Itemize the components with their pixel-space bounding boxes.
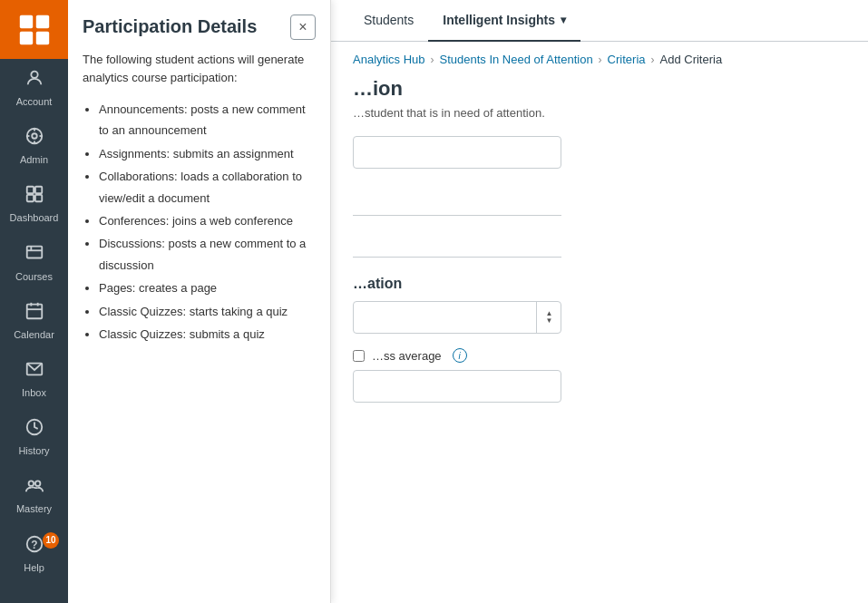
sidebar-item-admin-label: Admin	[20, 154, 48, 166]
sidebar-item-account[interactable]: Account	[0, 59, 68, 117]
help-icon: ?	[24, 534, 44, 559]
help-badge: 10	[43, 532, 59, 549]
chevron-down-icon: ▾	[561, 14, 566, 26]
breadcrumb-criteria[interactable]: Criteria	[608, 53, 646, 66]
select-group: ▲ ▼	[353, 301, 846, 334]
breadcrumb: Analytics Hub › Students In Need of Atte…	[331, 42, 868, 77]
sidebar-item-mastery-label: Mastery	[16, 503, 52, 515]
form-group-line1	[353, 183, 846, 216]
name-input[interactable]	[353, 136, 561, 169]
popup-list-item: Pages: creates a page	[99, 277, 316, 298]
sidebar-item-mastery[interactable]: Mastery	[0, 466, 68, 524]
bottom-field-row	[353, 370, 846, 403]
admin-icon	[24, 126, 44, 151]
history-icon	[24, 417, 44, 442]
line-input-1[interactable]	[353, 183, 561, 216]
class-average-checkbox[interactable]	[353, 350, 365, 362]
svg-rect-0	[19, 15, 32, 27]
top-nav: Students Intelligent Insights ▾	[331, 0, 868, 42]
tab-students[interactable]: Students	[349, 0, 428, 42]
content-body: …ion …student that is in need of attenti…	[331, 77, 868, 603]
sidebar-item-history[interactable]: History	[0, 408, 68, 466]
svg-rect-11	[26, 187, 33, 193]
svg-text:?: ?	[31, 538, 37, 550]
info-icon[interactable]: i	[453, 348, 467, 363]
breadcrumb-sep-2: ›	[599, 53, 602, 66]
svg-point-4	[31, 72, 37, 78]
svg-point-24	[28, 481, 33, 487]
svg-point-6	[32, 133, 37, 139]
page-section-description: …student that is in need of attention.	[353, 106, 846, 120]
form-group-line2	[353, 225, 846, 258]
popup-title: Participation Details	[83, 15, 290, 38]
popup-list-item: Collaborations: loads a collaboration to…	[99, 166, 316, 209]
bottom-input[interactable]	[353, 370, 561, 403]
subsection-label: …ation	[353, 276, 846, 292]
svg-rect-2	[19, 31, 32, 44]
sidebar-item-inbox-label: Inbox	[22, 387, 46, 399]
sidebar: Account Admin Dashboard	[0, 0, 68, 603]
svg-rect-15	[26, 246, 42, 258]
popup-list-item: Announcements: posts a new comment to an…	[99, 99, 316, 141]
class-average-row: …ss average i	[353, 348, 846, 363]
svg-rect-12	[34, 187, 41, 193]
page-section-title: …ion	[353, 77, 403, 100]
popup-close-button[interactable]: ×	[290, 15, 316, 40]
svg-rect-3	[35, 31, 48, 44]
breadcrumb-students-need-attention[interactable]: Students In Need of Attention	[439, 53, 592, 66]
courses-icon	[24, 243, 44, 267]
popup-list-item: Discussions: posts a new comment to a di…	[99, 233, 316, 276]
svg-rect-1	[35, 15, 48, 27]
calendar-icon	[24, 301, 44, 326]
mastery-icon	[24, 475, 44, 500]
svg-rect-18	[26, 304, 42, 318]
svg-point-25	[34, 481, 39, 487]
sidebar-item-help-label: Help	[24, 562, 44, 574]
criteria-select[interactable]	[353, 301, 561, 334]
sidebar-item-calendar[interactable]: Calendar	[0, 292, 68, 350]
line-input-2[interactable]	[353, 225, 561, 258]
select-wrapper: ▲ ▼	[353, 301, 561, 334]
inbox-icon	[24, 359, 44, 384]
popup-items-list: Announcements: posts a new comment to an…	[83, 99, 316, 345]
dashboard-icon	[24, 184, 44, 209]
sidebar-item-dashboard-label: Dashboard	[10, 212, 59, 224]
sidebar-item-courses-label: Courses	[15, 271, 53, 283]
popup-list-item: Classic Quizzes: submits a quiz	[99, 324, 316, 345]
popup-list-item: Classic Quizzes: starts taking a quiz	[99, 301, 316, 322]
sidebar-item-courses[interactable]: Courses	[0, 234, 68, 292]
canvas-logo[interactable]	[0, 0, 68, 59]
popup-list-item: Assignments: submits an assignment	[99, 143, 316, 164]
svg-rect-13	[26, 195, 33, 201]
account-icon	[24, 68, 44, 92]
svg-rect-14	[34, 195, 41, 201]
breadcrumb-analytics-hub[interactable]: Analytics Hub	[353, 53, 424, 66]
breadcrumb-sep-1: ›	[430, 53, 434, 66]
popup-panel: Participation Details × The following st…	[68, 0, 331, 603]
main-area: Participation Details × The following st…	[68, 0, 868, 603]
sidebar-item-help[interactable]: 10 ? Help	[0, 525, 68, 583]
breadcrumb-current: Add Criteria	[660, 53, 723, 66]
popup-header: Participation Details ×	[83, 15, 316, 40]
page-content: Students Intelligent Insights ▾ Analytic…	[331, 0, 868, 603]
popup-description: The following student actions will gener…	[83, 51, 316, 86]
tab-intelligent-insights[interactable]: Intelligent Insights ▾	[428, 0, 580, 42]
name-field-row	[353, 136, 846, 169]
sidebar-item-history-label: History	[18, 445, 49, 457]
breadcrumb-sep-3: ›	[651, 53, 655, 66]
sidebar-item-admin[interactable]: Admin	[0, 117, 68, 175]
sidebar-item-inbox[interactable]: Inbox	[0, 350, 68, 408]
sidebar-item-account-label: Account	[16, 96, 53, 108]
class-average-label: …ss average	[372, 349, 442, 363]
sidebar-item-calendar-label: Calendar	[14, 329, 54, 341]
popup-list-item: Conferences: joins a web conference	[99, 210, 316, 231]
sidebar-item-dashboard[interactable]: Dashboard	[0, 175, 68, 233]
